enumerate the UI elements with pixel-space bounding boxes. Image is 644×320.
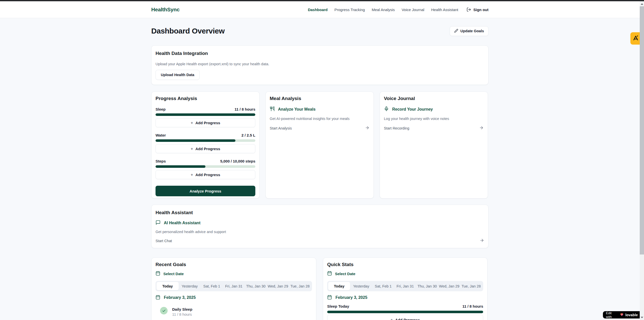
select-date-button[interactable]: Select Date [327,271,483,276]
meal-analysis-card: Meal Analysis Analyze Your Meals Get AI-… [265,91,374,199]
check-circle-icon [160,307,168,314]
tab-today[interactable]: Today [328,282,350,290]
voice-journal-card: Voice Journal Record Your Journey Log yo… [380,91,488,199]
main-nav: Dashboard Progress Tracking Meal Analysi… [308,7,488,12]
voice-title: Voice Journal [384,96,484,101]
nav-item-health-assistant[interactable]: Health Assistant [431,8,458,12]
plus-icon: + [390,318,393,320]
tab-today[interactable]: Today [157,282,179,290]
lovable-badge[interactable]: Edit with lovable × [603,311,644,318]
scroll-up-arrow[interactable] [640,2,644,6]
recent-goals-title: Recent Goals [156,262,312,267]
heart-icon [620,312,624,317]
chat-bubble-icon [156,220,161,226]
tab-sat-feb-1[interactable]: Sat, Feb 1 [201,282,223,290]
goal-value: 2 / 2.5 L [241,133,255,137]
goal-block-water: Water 2 / 2.5 L + Add Progress [156,133,255,153]
progress-analysis-card: Progress Analysis Sleep 11 / 8 hours + A… [151,91,260,199]
scrollbar-thumb[interactable] [640,6,644,254]
integration-description: Upload your Apple Health export (export.… [156,62,482,66]
recent-goals-card: Recent Goals Select Date Today Yesterday… [151,258,316,320]
start-chat-link[interactable]: Start Chat [156,238,484,243]
quick-stats-card: Quick Stats Select Date Today Yesterday … [323,258,487,320]
calendar-icon [156,271,160,276]
tab-thu-jan-30[interactable]: Thu, Jan 30 [416,282,438,290]
plus-icon: + [191,147,193,151]
assistant-description: Get personalized health advice and suppo… [156,230,484,234]
goal-value: 5,000 / 10,000 steps [220,159,255,163]
arrow-right-icon [480,238,484,243]
tab-wed-jan-29[interactable]: Wed, Jan 29 [267,282,289,290]
tab-thu-jan-30[interactable]: Thu, Jan 30 [245,282,267,290]
arrow-right-icon [365,125,370,131]
goal-label: Water [156,133,166,137]
nav-item-dashboard[interactable]: Dashboard [308,8,327,12]
sign-out-button[interactable]: Sign out [467,7,488,12]
tab-tue-jan-28[interactable]: Tue, Jan 28 [289,282,311,290]
select-date-button[interactable]: Select Date [156,271,312,276]
goal-list-item: Daily Sleep 11 / 8 hours [156,307,312,317]
microphone-icon [384,106,389,112]
ai-health-assistant-link[interactable]: AI Health Assistant [156,220,484,226]
plus-icon: + [191,121,193,125]
app-header: HealthSync Dashboard Progress Tracking M… [0,1,640,18]
add-progress-button[interactable]: + Add Progress [327,315,483,320]
add-progress-button-water[interactable]: + Add Progress [156,144,255,153]
brand-logo: HealthSync [151,7,179,13]
progress-bar-water [156,139,255,142]
analyze-progress-button[interactable]: Analyze Progress [156,186,255,196]
pencil-icon [454,29,458,34]
health-assistant-card: Health Assistant AI Health Assistant Get… [151,205,488,248]
tab-tue-jan-28[interactable]: Tue, Jan 28 [460,282,482,290]
page-title: Dashboard Overview [151,27,225,35]
goal-label: Sleep [156,107,166,111]
log-out-icon [467,7,471,12]
add-progress-button-steps[interactable]: + Add Progress [156,170,255,179]
progress-title: Progress Analysis [156,96,255,101]
start-analysis-link[interactable]: Start Analysis [270,125,370,131]
upload-health-data-button[interactable]: Upload Health Data [156,70,200,80]
progress-bar-sleep-today [327,311,483,313]
progress-bar-steps [156,165,255,168]
calendar-icon [156,295,160,301]
nav-item-progress-tracking[interactable]: Progress Tracking [334,8,365,12]
health-data-integration-card: Health Data Integration Upload your Appl… [151,45,488,85]
calendar-icon [327,271,332,276]
tab-fri-jan-31[interactable]: Fri, Jan 31 [223,282,245,290]
start-recording-link[interactable]: Start Recording [384,125,484,131]
record-your-journey-link[interactable]: Record Your Journey [384,106,484,112]
update-goals-button[interactable]: Update Goals [450,26,488,36]
utensils-icon [270,106,275,112]
arrow-right-icon [479,125,484,131]
goal-name: Daily Sleep [172,307,192,312]
date-tabs: Today Yesterday Sat, Feb 1 Fri, Jan 31 T… [156,281,312,291]
tab-wed-jan-29[interactable]: Wed, Jan 29 [438,282,460,290]
meal-description: Get AI-powered nutritional insights for … [270,116,370,121]
vertical-scrollbar[interactable] [640,1,644,320]
analyze-your-meals-link[interactable]: Analyze Your Meals [270,106,370,112]
goal-value: 11 / 8 hours [234,107,255,111]
selected-date[interactable]: February 3, 2025 [327,295,483,300]
quick-stats-title: Quick Stats [327,262,483,267]
goal-progress: 11 / 8 hours [172,312,192,317]
add-progress-button-sleep[interactable]: + Add Progress [156,118,255,127]
tab-yesterday[interactable]: Yesterday [179,282,201,290]
integration-title: Health Data Integration [156,51,482,56]
sign-out-label: Sign out [473,8,488,12]
goal-label: Steps [156,159,166,163]
nav-item-voice-journal[interactable]: Voice Journal [402,8,424,12]
goal-block-steps: Steps 5,000 / 10,000 steps + Add Progres… [156,159,255,179]
extension-button[interactable] [630,32,641,45]
scroll-down-arrow[interactable] [640,315,644,319]
calendar-icon [327,295,332,301]
nav-item-meal-analysis[interactable]: Meal Analysis [372,8,395,12]
tab-yesterday[interactable]: Yesterday [350,282,372,290]
tab-fri-jan-31[interactable]: Fri, Jan 31 [394,282,416,290]
stat-value: 11 / 8 hours [462,304,483,308]
plus-icon: + [191,173,193,177]
goal-block-sleep: Sleep 11 / 8 hours + Add Progress [156,107,255,127]
assistant-title: Health Assistant [156,210,484,215]
selected-date[interactable]: February 3, 2025 [156,295,312,300]
tab-sat-feb-1[interactable]: Sat, Feb 1 [372,282,394,290]
meal-title: Meal Analysis [270,96,370,101]
